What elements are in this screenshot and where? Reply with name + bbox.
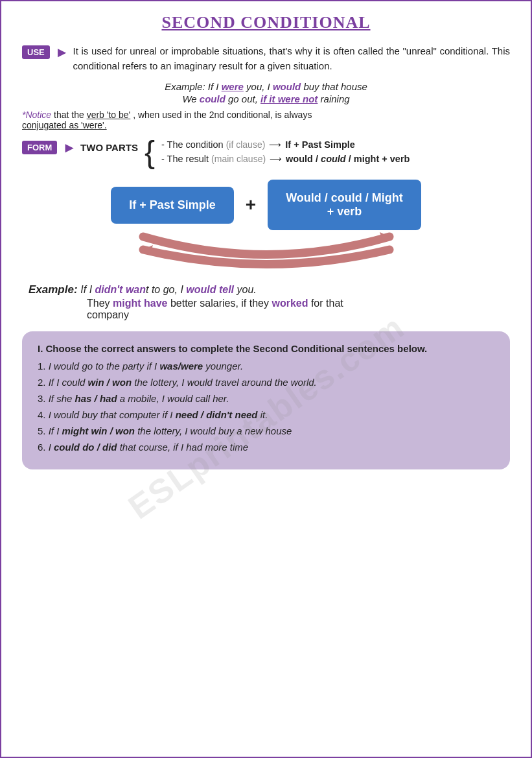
form-badge: FORM xyxy=(22,141,57,154)
exercise-item-3: 3. If she has / had a mobile, I would ca… xyxy=(38,393,494,404)
example2-line2: They might have better salaries, if they… xyxy=(87,298,510,309)
exercise-instruction: I. Choose the correct answers to complet… xyxy=(38,343,494,354)
two-parts-label: TWO PARTS xyxy=(80,142,138,153)
result-result: would / could / might + verb xyxy=(286,154,410,164)
example-line-2: We could go out, if it were not raining xyxy=(22,93,510,104)
form-section: FORM ► TWO PARTS { - The condition (if c… xyxy=(22,139,510,168)
condition-result: If + Past Simple xyxy=(285,139,355,150)
exercise-list: 1. I would go to the party if I was/were… xyxy=(38,361,494,453)
exercise-item-4: 4. I would buy that computer if I need /… xyxy=(38,409,494,420)
worked-word: worked xyxy=(272,298,308,309)
condition-paren: (if clause) xyxy=(226,139,266,150)
page-title: SECOND CONDITIONAL xyxy=(22,13,510,32)
exercise-item-6: 6. I could do / did that course, if I ha… xyxy=(38,442,494,453)
if-past-simple-box: If + Past Simple xyxy=(111,187,234,224)
example-line-1: Example: If I were you, I would buy that… xyxy=(22,81,510,92)
if-were-not: if it were not xyxy=(260,93,318,104)
diagram-boxes: If + Past Simple + Would / could / Might… xyxy=(111,180,421,230)
example-label: Example: xyxy=(165,81,208,92)
use-badge: USE xyxy=(22,45,50,59)
example2-line3: company xyxy=(87,309,510,321)
plus-sign: + xyxy=(246,195,256,215)
result-line: - The result (main clause) ⟶ would / cou… xyxy=(161,154,410,164)
use-text: It is used for unreal or improbable situ… xyxy=(73,44,510,73)
form-content: TWO PARTS { - The condition (if clause) … xyxy=(80,139,410,168)
brace-icon: { xyxy=(145,137,155,168)
notice-section: *Notice that the verb 'to be' , when use… xyxy=(22,110,510,130)
form-arrow-icon: ► xyxy=(62,139,76,156)
example2-line1: Example: If I didn't want to go, I would… xyxy=(29,283,510,296)
would-could-might-box: Would / could / Might+ verb xyxy=(268,180,421,230)
didnt-want: didn't wan xyxy=(95,284,146,295)
curved-arrows-diagram xyxy=(104,230,428,276)
example-2-section: Example: If I didn't want to go, I would… xyxy=(22,283,510,321)
condition-line: - The condition (if clause) ⟶ If + Past … xyxy=(161,139,410,150)
condition-label: - The condition xyxy=(161,139,224,150)
verb-to-be: verb 'to be' xyxy=(87,110,131,120)
notice-text2: , when used in the 2nd conditional, is a… xyxy=(133,110,312,120)
would-tell: would tell xyxy=(186,284,234,295)
exercise-box: I. Choose the correct answers to complet… xyxy=(22,331,510,469)
exercise-item-5: 5. If I might win / won the lottery, I w… xyxy=(38,425,494,436)
use-arrow-icon: ► xyxy=(55,44,69,61)
example2-label: Example: xyxy=(29,283,80,296)
use-section: USE ► It is used for unreal or improbabl… xyxy=(22,44,510,73)
condition-arrow: ⟶ xyxy=(269,140,281,150)
result-paren: (main clause) xyxy=(211,154,266,164)
result-label: - The result xyxy=(161,154,209,164)
result-arrow: ⟶ xyxy=(270,154,282,164)
were-word: were xyxy=(222,81,244,92)
example-1-section: Example: If I were you, I would buy that… xyxy=(22,81,510,104)
exercise-item-1: 1. I would go to the party if I was/were… xyxy=(38,361,494,372)
conjugated-as-were: conjugated as 'were'. xyxy=(22,120,107,130)
notice-star: *Notice xyxy=(22,110,51,120)
notice-text1: that the xyxy=(54,110,87,120)
form-lines: - The condition (if clause) ⟶ If + Past … xyxy=(161,139,410,168)
exercise-item-2: 2. If I could win / won the lottery, I w… xyxy=(38,377,494,388)
would-word: would xyxy=(273,81,301,92)
diagram-section: If + Past Simple + Would / could / Might… xyxy=(22,180,510,276)
could-word: could xyxy=(200,93,226,104)
might-have: might have xyxy=(113,298,167,309)
